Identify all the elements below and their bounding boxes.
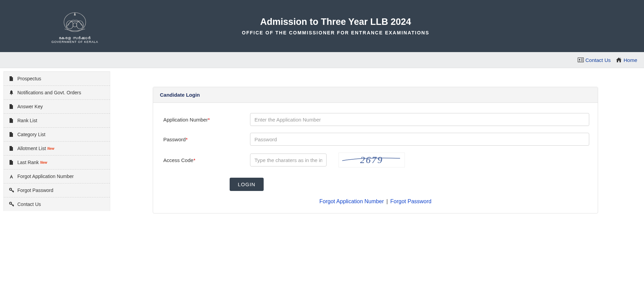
pdf-file-icon (9, 160, 15, 165)
sidebar-item-label: Category List (17, 132, 45, 137)
sidebar-item-label: Forgot Application Number (17, 174, 74, 179)
page-sub-title: OFFICE OF THE COMMISSIONER FOR ENTRANCE … (109, 30, 562, 35)
login-card: Candidate Login Application Number* Pass… (153, 87, 598, 213)
sidebar-item-contact-us[interactable]: Contact Us (4, 197, 110, 211)
new-badge: New (47, 147, 54, 150)
pdf-file-icon (9, 76, 15, 81)
sidebar-item-prospectus[interactable]: Prospectus (4, 72, 110, 86)
pdf-file-icon (9, 104, 15, 109)
sidebar-item-label: Forgot Password (17, 188, 53, 193)
home-link[interactable]: Home (616, 57, 637, 63)
password-label: Password* (162, 137, 250, 142)
pdf-file-icon (9, 146, 15, 151)
appnum-label: Application Number* (162, 117, 250, 123)
sidebar-item-forgot-appnum[interactable]: Forgot Application Number (4, 170, 110, 183)
contact-us-label: Contact Us (585, 57, 611, 63)
sidebar-item-label: Last Rank (17, 160, 39, 165)
home-icon (616, 57, 622, 63)
sidebar-item-label: Notifications and Govt. Orders (17, 90, 81, 95)
svg-point-2 (77, 21, 83, 29)
sidebar-item-label: Prospectus (17, 76, 41, 81)
sidebar-item-label: Contact Us (17, 202, 41, 207)
sidebar: Prospectus Notifications and Govt. Order… (3, 71, 110, 211)
kerala-emblem-icon (58, 9, 92, 34)
svg-point-3 (73, 23, 77, 27)
captcha-image: 2679 (338, 152, 405, 167)
top-bar: Contact Us Home (0, 52, 644, 68)
sidebar-item-category-list[interactable]: Category List (4, 128, 110, 142)
sidebar-item-label: Rank List (17, 118, 37, 123)
login-help-links: Forgot Application Number | Forgot Passw… (162, 198, 589, 205)
bell-icon (9, 90, 15, 95)
link-separator: | (386, 198, 388, 204)
forgot-password-link[interactable]: Forgot Password (390, 198, 431, 204)
contact-us-link[interactable]: Contact Us (578, 57, 611, 63)
sidebar-item-forgot-password[interactable]: Forgot Password (4, 183, 110, 197)
login-button[interactable]: LOGIN (230, 178, 264, 191)
logo-text-english: GOVERNMENT OF KERALA (41, 40, 109, 44)
sidebar-item-label: Answer Key (17, 104, 43, 109)
header-titles: Admission to Three Year LLB 2024 OFFICE … (109, 17, 562, 35)
key-icon (9, 188, 15, 193)
govt-logo: കേരള സർക്കാർ GOVERNMENT OF KERALA (41, 9, 109, 44)
access-code-input[interactable] (250, 154, 327, 166)
sidebar-item-allotment-list[interactable]: Allotment List New (4, 142, 110, 156)
sidebar-item-rank-list[interactable]: Rank List (4, 114, 110, 128)
password-input[interactable] (250, 133, 589, 146)
new-badge: New (40, 161, 47, 164)
sidebar-item-last-rank[interactable]: Last Rank New (4, 156, 110, 170)
login-card-title: Candidate Login (153, 87, 598, 103)
header-banner: കേരള സർക്കാർ GOVERNMENT OF KERALA Admiss… (0, 0, 644, 52)
pdf-file-icon (9, 118, 15, 123)
id-card-icon (578, 58, 584, 62)
access-code-label: Access Code* (162, 157, 250, 163)
key-icon (9, 202, 15, 207)
pdf-file-icon (9, 132, 15, 137)
sidebar-item-answer-key[interactable]: Answer Key (4, 100, 110, 114)
svg-point-5 (579, 59, 580, 60)
sidebar-item-label: Allotment List (17, 146, 46, 151)
home-label: Home (624, 57, 637, 63)
logo-text-malayalam: കേരള സർക്കാർ (41, 36, 109, 40)
svg-point-1 (66, 21, 73, 29)
font-icon (9, 174, 15, 179)
application-number-input[interactable] (250, 113, 589, 126)
sidebar-item-notifications[interactable]: Notifications and Govt. Orders (4, 86, 110, 100)
forgot-appnum-link[interactable]: Forgot Application Number (319, 198, 384, 204)
captcha-strike-icon (341, 156, 402, 169)
page-main-title: Admission to Three Year LLB 2024 (109, 17, 562, 27)
